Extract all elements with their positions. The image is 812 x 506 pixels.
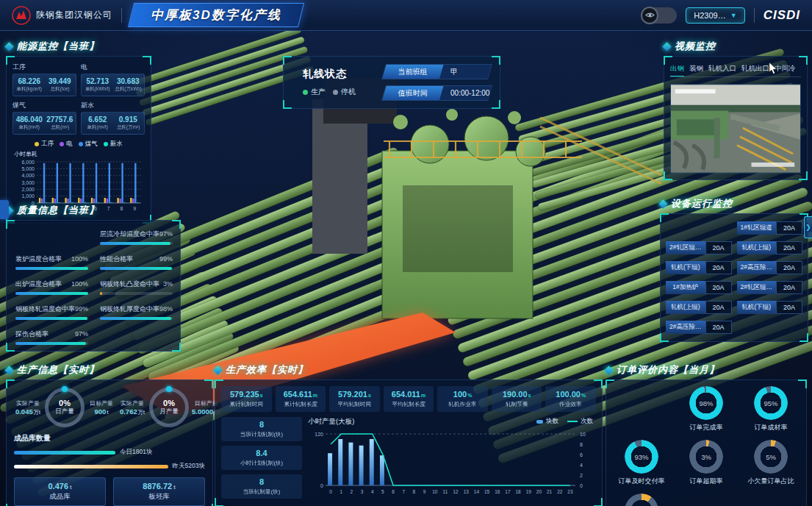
efficiency-stat: 579.201s平均轧制时间 — [329, 386, 380, 412]
order-donut: 10%质量订单占比 — [611, 493, 672, 506]
monthly-output-gauge: 实际产量 0.762万t 0% 月产量 目标产量 5.0000万t — [118, 388, 220, 427]
energy-group: 新水 6.652单耗(m³/t) 0.915总耗(万m³) — [81, 101, 145, 135]
cisdi-logo: CISDI — [764, 8, 800, 23]
panel-title: 生产效率【实时】 — [226, 363, 308, 377]
equipment-monitor-panel: 设备运行监控 1#轧区辊道20A 2#轧区辊…20A 轧机(上辊)20A 轧机(… — [660, 197, 808, 342]
svg-text:14: 14 — [474, 489, 480, 494]
device-status-cell[interactable]: 2#轧区辊…20A — [666, 241, 732, 254]
company-name: 陕钢集团汉钢公司 — [36, 9, 112, 21]
daily-output-gauge: 实际产量 0.045万t 0% 日产量 目标产量 900t — [14, 388, 115, 427]
svg-text:10: 10 — [580, 432, 586, 437]
shift-team-row: 当前班组 甲 — [381, 64, 492, 79]
quality-metric: 装炉温度合格率100% — [15, 254, 88, 270]
svg-text:8: 8 — [580, 442, 583, 447]
visibility-toggle[interactable] — [642, 7, 677, 24]
efficiency-stat: 654.011m平均轧制长度 — [384, 386, 434, 412]
svg-text:0: 0 — [329, 489, 332, 494]
svg-text:11: 11 — [443, 489, 448, 494]
svg-text:6: 6 — [392, 489, 395, 494]
svg-text:7: 7 — [402, 489, 405, 494]
device-status-cell[interactable]: 轧机(下辊)20A — [666, 261, 732, 274]
order-donut: 95%订单成材率 — [740, 386, 802, 432]
legend-dot — [35, 142, 39, 146]
slab-store-box: 8876.72t 板坯库 — [113, 477, 205, 506]
svg-text:18: 18 — [515, 489, 521, 494]
hourly-chart-legend: 块数 次数 — [536, 417, 593, 426]
svg-text:9: 9 — [423, 489, 426, 494]
finished-store-box: 0.476t 成品库 — [14, 477, 106, 506]
order-donut: 98%订单完成率 — [675, 386, 737, 432]
panel-title: 视频监控 — [675, 40, 716, 53]
device-status-cell[interactable]: 2#轧区辊…20A — [737, 281, 803, 294]
plan-tile: 8当班计划轧制(块) — [221, 417, 302, 441]
quality-metric: 出炉温度合格率100% — [15, 279, 88, 295]
quality-info-panel: 质量信息【当班】 层流冷却温度命中率97% 装炉温度合格率100% 性能合格率9… — [6, 204, 181, 352]
svg-text:1: 1 — [339, 489, 342, 494]
divider — [754, 8, 755, 23]
quality-metric: 性能合格率99% — [100, 254, 173, 270]
svg-text:4: 4 — [371, 489, 374, 494]
device-status-cell[interactable]: 轧机(下辊)20A — [737, 301, 803, 314]
video-tab[interactable]: 轧机入口 — [708, 64, 736, 74]
inventory-label: 成品库数量 — [14, 433, 205, 443]
legend-stopped: 停机 — [333, 87, 356, 97]
order-donut: 93%订单及时交付率 — [611, 440, 672, 486]
dashboard-root: 陕钢集团汉钢公司 中厚板3D数字化产线 H2309… ▼ CISDI 能源监控【… — [0, 0, 812, 506]
quality-metric: 钢板终轧温度命中率99% — [15, 304, 88, 320]
device-status-cell[interactable]: 2#高压除…20A — [666, 321, 732, 334]
diamond-icon — [658, 199, 668, 209]
line-legend-icon — [567, 421, 578, 422]
legend-dot — [60, 142, 64, 146]
gauge-ring: 0% 日产量 — [45, 388, 85, 427]
svg-text:17: 17 — [505, 489, 511, 494]
quality-metric: 钢板终轧凸度命中率3% — [100, 279, 173, 295]
svg-text:13: 13 — [464, 489, 470, 494]
video-tab[interactable]: 电加热 — [801, 64, 802, 74]
video-tab[interactable]: 出钢 — [670, 64, 684, 74]
diamond-icon — [604, 366, 614, 375]
cctv-video-frame[interactable] — [670, 84, 801, 174]
device-status-cell[interactable]: 1#加热炉20A — [666, 281, 732, 294]
hourly-output-chart: 0120024681001234567891011121314151617181… — [308, 427, 596, 500]
svg-text:12: 12 — [453, 489, 459, 494]
panel-title: 生产信息【实时】 — [17, 363, 99, 377]
svg-text:2: 2 — [580, 473, 583, 478]
device-status-cell[interactable]: 轧机(上辊)20A — [666, 301, 732, 314]
heat-number-dropdown[interactable]: H2309… ▼ — [686, 7, 744, 24]
video-tab[interactable]: 装钢 — [689, 64, 703, 74]
efficiency-stat: 100%轧机作业率 — [437, 386, 488, 412]
device-status-cell[interactable]: 2#高压除…20A — [737, 261, 803, 274]
svg-text:23: 23 — [567, 489, 573, 494]
plan-tile: 8当班轧制量(块) — [221, 474, 302, 499]
energy-group: 电 52.713单耗(kWh/t) 30.683总耗(万kWh) — [81, 63, 145, 96]
efficiency-panel: 生产效率【实时】 579.235s累计轧制时间 654.611m累计轧制长度 5… — [215, 363, 603, 506]
quality-metric: 探伤合格率97% — [15, 329, 88, 345]
efficiency-stat: 579.235s累计轧制时间 — [221, 386, 272, 412]
svg-text:120: 120 — [315, 432, 323, 437]
legend-production: 生产 — [303, 87, 326, 97]
page-title-plate: 中厚板3D数字化产线 — [128, 3, 304, 27]
svg-text:10: 10 — [432, 489, 438, 494]
inventory-bar-yesterday: 昨天5203块 — [14, 462, 205, 471]
order-donut: 3%订单超期率 — [675, 440, 737, 486]
svg-text:21: 21 — [547, 489, 553, 494]
video-tab[interactable]: 中间冷 — [775, 64, 796, 74]
legend-dot — [104, 142, 108, 146]
efficiency-stat: 100.00%作业效率 — [545, 386, 596, 412]
svg-text:0: 0 — [580, 483, 583, 488]
quality-metric: 钢板终轧厚度命中率98% — [100, 304, 173, 320]
quality-metric: 层流冷却温度命中率97% — [100, 229, 173, 245]
video-tab[interactable]: 轧机出口 — [741, 64, 769, 74]
video-monitor-panel: 视频监控 出钢 装钢 轧机入口 轧机出口 中间冷 电加热 — [664, 40, 808, 180]
panel-title: 订单评价内容【当月】 — [617, 363, 719, 377]
panel-collapse-tab[interactable] — [0, 200, 9, 219]
energy-group: 煤气 486.040单耗(m³/t) 27757.6总耗(m³) — [12, 101, 76, 135]
device-status-cell[interactable]: 1#轧区辊道20A — [737, 221, 803, 235]
svg-text:3: 3 — [361, 489, 364, 494]
device-status-cell[interactable]: 轧机(上辊)20A — [737, 241, 803, 254]
chevron-down-icon: ▼ — [730, 12, 737, 19]
panel-collapse-arrow[interactable]: ❯ — [804, 216, 812, 238]
energy-chart-legend: 工序 电 煤气 新水 — [12, 140, 145, 149]
company-logo-block: 陕钢集团汉钢公司 — [12, 6, 112, 25]
svg-text:3,000: 3,000 — [21, 180, 35, 185]
